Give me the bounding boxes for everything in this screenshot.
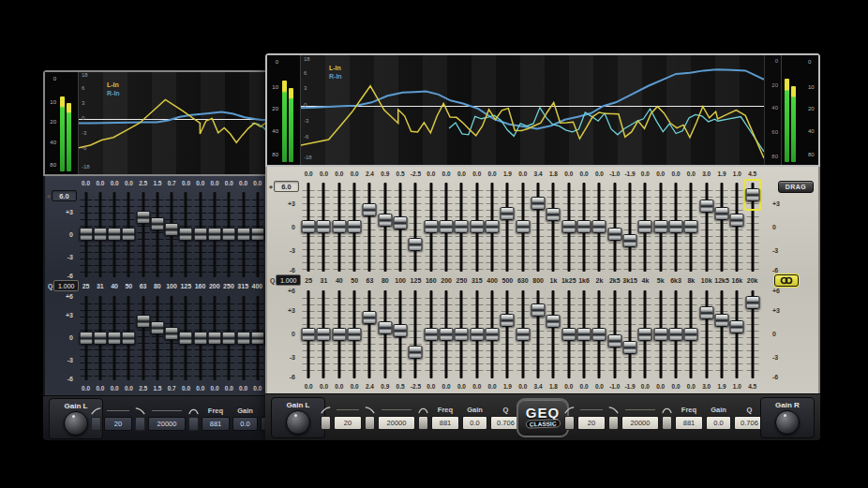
fader-cap[interactable]: [561, 220, 576, 233]
fader-cap[interactable]: [699, 200, 713, 213]
fader-cap[interactable]: [638, 220, 652, 233]
fader-cap[interactable]: [193, 228, 207, 241]
q-value-box[interactable]: 1.000: [276, 274, 301, 286]
gain-knob-r[interactable]: [775, 410, 800, 435]
hpf-freq-field[interactable]: 20: [577, 416, 606, 430]
fader-cap[interactable]: [592, 220, 606, 233]
hpf-freq-field[interactable]: 20: [334, 416, 362, 430]
fader-cap[interactable]: [486, 220, 500, 233]
fader-cap[interactable]: [317, 328, 331, 341]
fader-cap[interactable]: [607, 334, 621, 348]
fader-cap[interactable]: [150, 217, 164, 230]
fader-cap[interactable]: [179, 332, 193, 345]
hpf-enable-button[interactable]: [91, 417, 101, 431]
fader-cap[interactable]: [378, 214, 392, 227]
fader-cap[interactable]: [607, 228, 621, 241]
gain-knob-l[interactable]: [64, 411, 88, 436]
fader-cap[interactable]: [409, 238, 423, 251]
fader-cap[interactable]: [470, 328, 484, 341]
lpf-enable-button[interactable]: [608, 416, 619, 430]
fader-cap[interactable]: [546, 208, 561, 221]
fader-cap[interactable]: [409, 346, 423, 359]
fader-cap[interactable]: [332, 220, 346, 233]
fader-cap[interactable]: [486, 328, 500, 341]
fader-cap[interactable]: [222, 228, 236, 241]
fader-cap[interactable]: [122, 332, 136, 345]
fader-cap[interactable]: [561, 328, 576, 341]
gain-range-button[interactable]: ◆6.0: [47, 189, 77, 201]
fader-cap[interactable]: [302, 328, 316, 341]
fader-cap[interactable]: [745, 188, 759, 201]
fader-cap[interactable]: [440, 220, 454, 233]
fader-cap[interactable]: [208, 228, 222, 241]
fader-cap[interactable]: [730, 214, 744, 227]
fader-cap[interactable]: [653, 328, 667, 341]
fader-cap[interactable]: [250, 332, 264, 345]
fader-cap[interactable]: [348, 328, 362, 341]
fader-cap[interactable]: [516, 220, 530, 233]
bell-gain-field[interactable]: 0.0: [462, 416, 487, 430]
fader-cap[interactable]: [332, 328, 346, 341]
bell-enable-button[interactable]: [662, 416, 672, 430]
fader-cap[interactable]: [531, 303, 546, 317]
hpf-enable-button[interactable]: [564, 416, 575, 430]
fader-cap[interactable]: [531, 197, 546, 210]
fader-cap[interactable]: [108, 228, 122, 241]
fader-cap[interactable]: [715, 314, 729, 327]
bell-freq-field[interactable]: 881: [675, 416, 703, 430]
fader-cap[interactable]: [193, 332, 207, 345]
bell-gain-field[interactable]: 0.0: [232, 417, 258, 431]
bell-enable-button[interactable]: [418, 416, 428, 430]
fader-cap[interactable]: [455, 328, 469, 341]
fader-cap[interactable]: [653, 220, 667, 233]
fader-cap[interactable]: [317, 220, 331, 233]
gain-range-button[interactable]: ◆6.0: [269, 180, 299, 192]
fader-cap[interactable]: [363, 311, 377, 324]
fader-cap[interactable]: [546, 315, 561, 328]
lpf-enable-button[interactable]: [365, 416, 375, 430]
fader-cap[interactable]: [136, 211, 150, 224]
fader-cap[interactable]: [79, 228, 93, 241]
fader-cap[interactable]: [378, 321, 392, 334]
q-value-box[interactable]: 1.000: [53, 280, 79, 291]
fader-cap[interactable]: [150, 321, 164, 334]
fader-cap[interactable]: [93, 228, 107, 241]
fader-cap[interactable]: [394, 216, 408, 229]
bell-gain-field[interactable]: 0.0: [706, 416, 731, 430]
fader-cap[interactable]: [745, 296, 759, 309]
fader-cap[interactable]: [122, 228, 136, 241]
fader-cap[interactable]: [250, 228, 264, 241]
lpf-freq-field[interactable]: 20000: [621, 416, 659, 430]
geq-classic-window-front[interactable]: 01020408018630-3-6-18L-InR-In02040608001…: [265, 53, 820, 440]
fader-cap[interactable]: [302, 220, 316, 233]
fader-cap[interactable]: [592, 328, 606, 341]
hpf-enable-button[interactable]: [321, 416, 331, 430]
fader-cap[interactable]: [623, 341, 637, 354]
fader-cap[interactable]: [394, 324, 408, 337]
fader-cap[interactable]: [222, 332, 236, 345]
fader-cap[interactable]: [165, 327, 179, 340]
lpf-enable-button[interactable]: [135, 417, 145, 431]
fader-cap[interactable]: [440, 328, 454, 341]
fader-cap[interactable]: [179, 228, 193, 241]
bell-freq-field[interactable]: 881: [202, 417, 230, 431]
hpf-freq-field[interactable]: 20: [104, 417, 132, 431]
fader-cap[interactable]: [501, 207, 515, 220]
fader-cap[interactable]: [470, 220, 484, 233]
fader-cap[interactable]: [363, 203, 377, 216]
fader-cap[interactable]: [577, 328, 591, 341]
gain-knob-l[interactable]: [286, 410, 310, 435]
fader-cap[interactable]: [424, 328, 438, 341]
drag-button[interactable]: DRAG: [778, 181, 814, 193]
fader-cap[interactable]: [348, 220, 362, 233]
fader-cap[interactable]: [93, 332, 107, 345]
fader-cap[interactable]: [730, 320, 744, 333]
fader-cap[interactable]: [165, 223, 179, 236]
fader-cap[interactable]: [699, 306, 713, 319]
fader-cap[interactable]: [208, 332, 222, 345]
lpf-freq-field[interactable]: 20000: [148, 417, 186, 431]
fader-cap[interactable]: [715, 207, 729, 220]
fader-cap[interactable]: [684, 220, 698, 233]
fader-cap[interactable]: [455, 220, 469, 233]
fader-cap[interactable]: [638, 328, 652, 341]
